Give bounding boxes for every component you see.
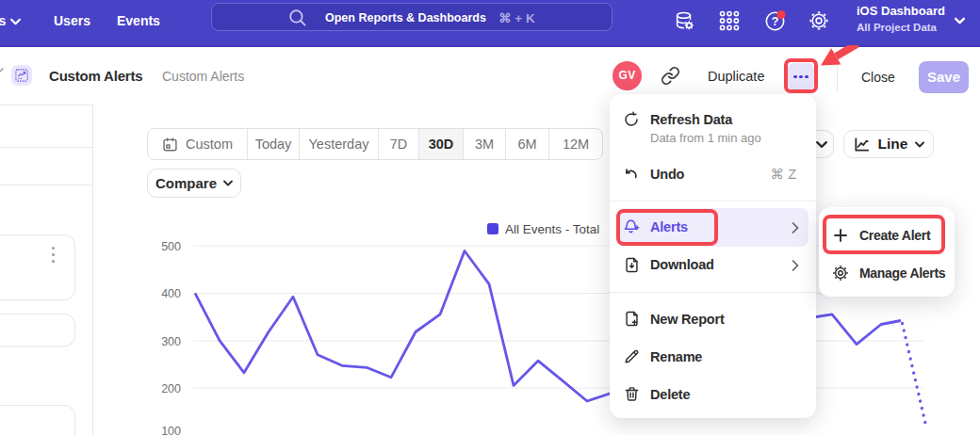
svg-text:All Events - Total: All Events - Total <box>505 222 599 236</box>
svg-text:100: 100 <box>161 425 181 435</box>
svg-text:400: 400 <box>161 287 181 300</box>
svg-text:300: 300 <box>161 335 181 348</box>
svg-text:500: 500 <box>161 240 181 253</box>
svg-text:200: 200 <box>161 382 181 395</box>
